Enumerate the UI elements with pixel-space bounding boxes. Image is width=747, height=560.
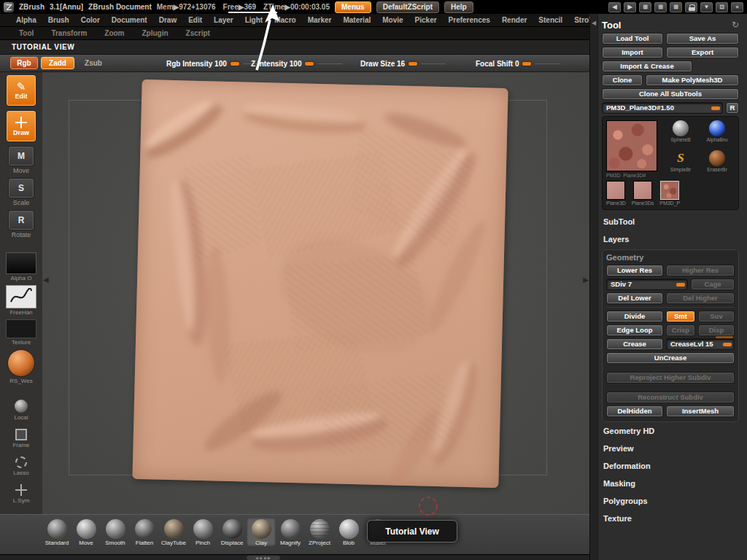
clone-all-subtools-button[interactable]: Clone All SubTools [602, 88, 739, 100]
frame-button[interactable]: Frame [12, 429, 29, 448]
sculpted-plane[interactable] [132, 79, 508, 488]
lock-icon[interactable] [685, 2, 697, 12]
clone-button[interactable]: Clone [602, 74, 643, 86]
simple-brush-slot[interactable]: S SimpleBr [665, 150, 697, 179]
local-symmetry-button[interactable]: L.Sym [13, 484, 30, 504]
section-geometry[interactable]: Geometry [606, 253, 735, 262]
recent-tool-plane3ds[interactable]: Plane3Ds [632, 181, 654, 206]
close-icon[interactable]: × [731, 2, 743, 12]
import-crease-button[interactable]: Import & Crease [602, 61, 692, 72]
crease-lvl-knob[interactable] [723, 343, 732, 346]
section-deformation[interactable]: Deformation [602, 457, 739, 475]
brush-blob[interactable]: Blob [334, 518, 363, 546]
higher-res-button[interactable]: Higher Res [666, 265, 735, 276]
panel-layout-icon-3[interactable]: ⊞ [670, 2, 682, 12]
menu-macro[interactable]: Macro [268, 16, 301, 24]
scrollbar-handle[interactable]: ◀◀ ▶▶ [247, 556, 280, 560]
panel-divider[interactable]: ◀ [590, 14, 598, 560]
section-layers[interactable]: Layers [602, 230, 739, 248]
disp-toggle[interactable]: Disp [698, 324, 735, 336]
menu-marker[interactable]: Marker [302, 16, 338, 24]
load-tool-button[interactable]: Load Tool [602, 33, 663, 44]
menu-material[interactable]: Material [337, 16, 376, 24]
document-canvas[interactable]: ◀ ▶ [42, 72, 589, 514]
local-pivot-button[interactable]: Local [14, 400, 28, 421]
insert-mesh-button[interactable]: InsertMesh [666, 405, 735, 417]
menu-light[interactable]: Light [239, 16, 268, 24]
brush-claytube[interactable]: ClayTube [159, 518, 188, 546]
move-mode-button[interactable]: M Move [8, 146, 34, 174]
current-tool-thumbnail[interactable] [606, 120, 657, 171]
section-masking[interactable]: Masking [602, 475, 739, 492]
scroll-right-icon[interactable]: ▶ [624, 2, 636, 12]
reconstruct-button[interactable]: Reconstruct Subdiv [606, 392, 735, 403]
reproject-button[interactable]: Reproject Higher Subdiv [606, 372, 735, 384]
z-intensity-knob[interactable] [305, 62, 314, 66]
brush-move[interactable]: Move [71, 518, 101, 546]
uncrease-button[interactable]: UnCrease [606, 352, 735, 364]
brush-magnify[interactable]: Magnify [276, 518, 305, 546]
menu-render[interactable]: Render [496, 16, 533, 24]
r-button[interactable]: R [726, 102, 739, 114]
panel-collapse-icon[interactable]: ◀ [592, 20, 596, 26]
crisp-toggle[interactable]: Crisp [666, 324, 695, 336]
brush-smooth[interactable]: Smooth [101, 518, 130, 546]
rotate-mode-button[interactable]: R Rotate [8, 210, 34, 238]
suv-toggle[interactable]: Suv [698, 311, 735, 322]
lower-res-button[interactable]: Lower Res [606, 265, 663, 276]
menu-draw[interactable]: Draw [153, 16, 182, 24]
stroke-selector[interactable]: FreeHan [6, 285, 36, 316]
menu-transform[interactable]: Transform [42, 29, 96, 37]
menu-color[interactable]: Color [75, 16, 106, 24]
smt-toggle[interactable]: Smt [666, 311, 695, 322]
alpha-brush-slot[interactable]: AlphaBru [701, 120, 733, 149]
menu-alpha[interactable]: Alpha [10, 16, 42, 24]
save-as-button[interactable]: Save As [666, 33, 739, 44]
brush-pinch[interactable]: Pinch [188, 518, 217, 546]
fullscreen-icon[interactable]: ⊡ [716, 2, 728, 12]
horizontal-scrollbar[interactable]: ◀◀ ▶▶ [0, 554, 589, 560]
texture-selector[interactable]: Texture [6, 319, 36, 346]
cage-button[interactable]: Cage [691, 279, 735, 290]
edit-mode-button[interactable]: ✎ Edit [6, 74, 36, 106]
recent-tool-pm3d[interactable]: PM3D_P [659, 181, 680, 206]
scale-mode-button[interactable]: S Scale [8, 178, 34, 206]
recent-tool-plane3d[interactable]: Plane3D [606, 181, 626, 206]
sphere-brush-slot[interactable]: SphereB [665, 120, 697, 149]
minimize-icon[interactable]: ▼ [700, 2, 713, 12]
section-texture[interactable]: Texture [602, 510, 739, 527]
menu-picker[interactable]: Picker [409, 16, 443, 24]
eraser-brush-slot[interactable]: EraserBr [701, 150, 733, 179]
focal-shift-slider[interactable]: Focal Shift 0 [476, 58, 560, 69]
section-subtool[interactable]: SubTool [602, 213, 739, 230]
panel-layout-icon-2[interactable]: ⊞ [654, 2, 667, 12]
material-selector[interactable]: RS_Wes [7, 349, 35, 384]
section-preview[interactable]: Preview [602, 440, 739, 457]
z-intensity-slider[interactable]: Z Intensity 100 [251, 58, 342, 69]
draw-size-knob[interactable] [409, 62, 417, 66]
del-lower-button[interactable]: Del Lower [606, 292, 663, 304]
rgb-button[interactable]: Rgb [10, 57, 38, 69]
make-polymesh3d-button[interactable]: Make PolyMesh3D [646, 74, 739, 86]
rgb-intensity-knob[interactable] [231, 62, 239, 66]
right-tray-collapse-icon[interactable]: ▶ [583, 276, 589, 284]
draw-mode-button[interactable]: Draw [6, 110, 36, 142]
menu-zscript[interactable]: Zscript [177, 29, 219, 37]
alpha-selector[interactable]: Alpha O [6, 252, 36, 281]
sdiv-slider[interactable]: SDiv 7 [606, 279, 688, 290]
del-higher-button[interactable]: Del Higher [666, 292, 735, 304]
edge-loop-button[interactable]: Edge Loop [606, 324, 663, 336]
zsub-button[interactable]: Zsub [79, 57, 108, 69]
brush-clay[interactable]: Clay [247, 518, 276, 546]
brush-standard[interactable]: Standard [42, 518, 71, 546]
active-tool-field[interactable]: PM3D_Plane3D#1.50 [602, 102, 723, 114]
menus-button[interactable]: Menus [335, 1, 371, 13]
left-tray-collapse-icon[interactable]: ◀ [43, 276, 49, 284]
menu-zoom[interactable]: Zoom [96, 29, 133, 37]
menu-zplugin[interactable]: Zplugin [133, 29, 177, 37]
menu-movie[interactable]: Movie [376, 16, 409, 24]
focal-shift-knob[interactable] [522, 62, 531, 66]
import-button[interactable]: Import [602, 47, 663, 58]
draw-size-slider[interactable]: Draw Size 16 [360, 58, 446, 69]
brush-flatten[interactable]: Flatten [130, 518, 159, 546]
